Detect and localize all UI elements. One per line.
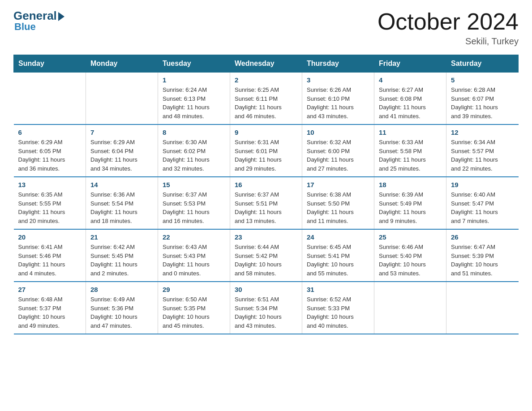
- day-number: 26: [451, 233, 514, 241]
- calendar-week-row: 27Sunrise: 6:48 AM Sunset: 5:37 PM Dayli…: [14, 282, 519, 334]
- calendar-week-row: 20Sunrise: 6:41 AM Sunset: 5:46 PM Dayli…: [14, 229, 519, 282]
- calendar-cell: 16Sunrise: 6:37 AM Sunset: 5:51 PM Dayli…: [230, 177, 302, 229]
- day-info: Sunrise: 6:29 AM Sunset: 6:04 PM Dayligh…: [90, 138, 153, 173]
- logo-arrow-icon: [58, 12, 64, 21]
- day-info: Sunrise: 6:51 AM Sunset: 5:34 PM Dayligh…: [235, 295, 297, 330]
- day-info: Sunrise: 6:39 AM Sunset: 5:49 PM Dayligh…: [379, 190, 442, 225]
- calendar-body: 1Sunrise: 6:24 AM Sunset: 6:13 PM Daylig…: [14, 73, 519, 334]
- calendar-cell: 27Sunrise: 6:48 AM Sunset: 5:37 PM Dayli…: [14, 282, 86, 334]
- calendar-cell: 1Sunrise: 6:24 AM Sunset: 6:13 PM Daylig…: [158, 73, 230, 125]
- weekday-header-cell: Saturday: [446, 55, 519, 73]
- main-title: October 2024: [378, 9, 519, 34]
- day-info: Sunrise: 6:35 AM Sunset: 5:55 PM Dayligh…: [18, 190, 82, 225]
- calendar-cell: 5Sunrise: 6:28 AM Sunset: 6:07 PM Daylig…: [446, 73, 519, 125]
- logo-blue-text: Blue: [14, 21, 36, 33]
- day-info: Sunrise: 6:45 AM Sunset: 5:41 PM Dayligh…: [307, 243, 369, 278]
- calendar-cell: 6Sunrise: 6:29 AM Sunset: 6:05 PM Daylig…: [14, 124, 86, 177]
- calendar-cell: 30Sunrise: 6:51 AM Sunset: 5:34 PM Dayli…: [230, 282, 302, 334]
- day-number: 18: [379, 181, 442, 188]
- calendar-cell: [374, 282, 446, 334]
- day-info: Sunrise: 6:33 AM Sunset: 5:58 PM Dayligh…: [379, 138, 442, 173]
- day-number: 8: [163, 128, 225, 136]
- day-info: Sunrise: 6:37 AM Sunset: 5:53 PM Dayligh…: [163, 190, 225, 225]
- calendar-cell: 7Sunrise: 6:29 AM Sunset: 6:04 PM Daylig…: [86, 124, 158, 177]
- day-info: Sunrise: 6:52 AM Sunset: 5:33 PM Dayligh…: [307, 295, 369, 330]
- weekday-header-cell: Monday: [86, 55, 158, 73]
- calendar-cell: [14, 73, 86, 125]
- weekday-header-cell: Wednesday: [230, 55, 302, 73]
- logo: General Blue: [13, 9, 64, 33]
- day-info: Sunrise: 6:26 AM Sunset: 6:10 PM Dayligh…: [307, 86, 369, 120]
- calendar-cell: 22Sunrise: 6:43 AM Sunset: 5:43 PM Dayli…: [158, 229, 230, 282]
- day-info: Sunrise: 6:48 AM Sunset: 5:37 PM Dayligh…: [18, 295, 82, 330]
- day-number: 29: [163, 286, 225, 293]
- day-info: Sunrise: 6:29 AM Sunset: 6:05 PM Dayligh…: [18, 138, 82, 173]
- calendar-cell: 3Sunrise: 6:26 AM Sunset: 6:10 PM Daylig…: [302, 73, 374, 125]
- day-info: Sunrise: 6:46 AM Sunset: 5:40 PM Dayligh…: [379, 243, 442, 278]
- day-info: Sunrise: 6:43 AM Sunset: 5:43 PM Dayligh…: [163, 243, 225, 278]
- calendar-cell: 18Sunrise: 6:39 AM Sunset: 5:49 PM Dayli…: [374, 177, 446, 229]
- day-number: 7: [90, 128, 153, 136]
- day-info: Sunrise: 6:31 AM Sunset: 6:01 PM Dayligh…: [235, 138, 297, 173]
- day-number: 3: [307, 76, 369, 84]
- calendar-week-row: 13Sunrise: 6:35 AM Sunset: 5:55 PM Dayli…: [14, 177, 519, 229]
- day-number: 2: [235, 76, 297, 84]
- day-info: Sunrise: 6:24 AM Sunset: 6:13 PM Dayligh…: [163, 86, 225, 120]
- day-info: Sunrise: 6:34 AM Sunset: 5:57 PM Dayligh…: [451, 138, 514, 173]
- calendar-cell: 12Sunrise: 6:34 AM Sunset: 5:57 PM Dayli…: [446, 124, 519, 177]
- calendar-cell: 10Sunrise: 6:32 AM Sunset: 6:00 PM Dayli…: [302, 124, 374, 177]
- day-info: Sunrise: 6:25 AM Sunset: 6:11 PM Dayligh…: [235, 86, 297, 120]
- calendar-cell: 19Sunrise: 6:40 AM Sunset: 5:47 PM Dayli…: [446, 177, 519, 229]
- day-number: 1: [163, 76, 225, 84]
- calendar-header: SundayMondayTuesdayWednesdayThursdayFrid…: [14, 55, 519, 73]
- day-number: 27: [18, 286, 82, 293]
- calendar-cell: 20Sunrise: 6:41 AM Sunset: 5:46 PM Dayli…: [14, 229, 86, 282]
- day-number: 23: [235, 233, 297, 241]
- calendar-cell: 29Sunrise: 6:50 AM Sunset: 5:35 PM Dayli…: [158, 282, 230, 334]
- title-block: October 2024 Sekili, Turkey: [378, 9, 519, 47]
- day-number: 28: [90, 286, 153, 293]
- day-number: 5: [451, 76, 514, 84]
- day-info: Sunrise: 6:28 AM Sunset: 6:07 PM Dayligh…: [451, 86, 514, 120]
- calendar-cell: 26Sunrise: 6:47 AM Sunset: 5:39 PM Dayli…: [446, 229, 519, 282]
- day-number: 22: [163, 233, 225, 241]
- day-info: Sunrise: 6:40 AM Sunset: 5:47 PM Dayligh…: [451, 190, 514, 225]
- weekday-header-cell: Tuesday: [158, 55, 230, 73]
- day-info: Sunrise: 6:50 AM Sunset: 5:35 PM Dayligh…: [163, 295, 225, 330]
- page-header: General Blue October 2024 Sekili, Turkey: [13, 9, 519, 47]
- calendar-cell: 23Sunrise: 6:44 AM Sunset: 5:42 PM Dayli…: [230, 229, 302, 282]
- calendar-cell: 14Sunrise: 6:36 AM Sunset: 5:54 PM Dayli…: [86, 177, 158, 229]
- subtitle: Sekili, Turkey: [378, 36, 519, 47]
- day-info: Sunrise: 6:37 AM Sunset: 5:51 PM Dayligh…: [235, 190, 297, 225]
- day-number: 9: [235, 128, 297, 136]
- calendar-cell: 15Sunrise: 6:37 AM Sunset: 5:53 PM Dayli…: [158, 177, 230, 229]
- calendar-cell: 21Sunrise: 6:42 AM Sunset: 5:45 PM Dayli…: [86, 229, 158, 282]
- calendar-cell: 4Sunrise: 6:27 AM Sunset: 6:08 PM Daylig…: [374, 73, 446, 125]
- calendar-cell: 31Sunrise: 6:52 AM Sunset: 5:33 PM Dayli…: [302, 282, 374, 334]
- calendar-cell: 9Sunrise: 6:31 AM Sunset: 6:01 PM Daylig…: [230, 124, 302, 177]
- day-number: 20: [18, 233, 82, 241]
- day-info: Sunrise: 6:30 AM Sunset: 6:02 PM Dayligh…: [163, 138, 225, 173]
- weekday-header-cell: Thursday: [302, 55, 374, 73]
- day-info: Sunrise: 6:44 AM Sunset: 5:42 PM Dayligh…: [235, 243, 297, 278]
- calendar-table: SundayMondayTuesdayWednesdayThursdayFrid…: [13, 55, 519, 334]
- day-number: 17: [307, 181, 369, 188]
- day-number: 11: [379, 128, 442, 136]
- day-number: 30: [235, 286, 297, 293]
- calendar-cell: 8Sunrise: 6:30 AM Sunset: 6:02 PM Daylig…: [158, 124, 230, 177]
- day-info: Sunrise: 6:36 AM Sunset: 5:54 PM Dayligh…: [90, 190, 153, 225]
- day-info: Sunrise: 6:32 AM Sunset: 6:00 PM Dayligh…: [307, 138, 369, 173]
- day-number: 15: [163, 181, 225, 188]
- day-info: Sunrise: 6:27 AM Sunset: 6:08 PM Dayligh…: [379, 86, 442, 120]
- day-number: 12: [451, 128, 514, 136]
- calendar-cell: 2Sunrise: 6:25 AM Sunset: 6:11 PM Daylig…: [230, 73, 302, 125]
- weekday-header-cell: Sunday: [14, 55, 86, 73]
- day-number: 16: [235, 181, 297, 188]
- calendar-cell: 13Sunrise: 6:35 AM Sunset: 5:55 PM Dayli…: [14, 177, 86, 229]
- calendar-cell: 17Sunrise: 6:38 AM Sunset: 5:50 PM Dayli…: [302, 177, 374, 229]
- weekday-header-cell: Friday: [374, 55, 446, 73]
- calendar-cell: 25Sunrise: 6:46 AM Sunset: 5:40 PM Dayli…: [374, 229, 446, 282]
- day-number: 21: [90, 233, 153, 241]
- calendar-cell: 28Sunrise: 6:49 AM Sunset: 5:36 PM Dayli…: [86, 282, 158, 334]
- day-number: 25: [379, 233, 442, 241]
